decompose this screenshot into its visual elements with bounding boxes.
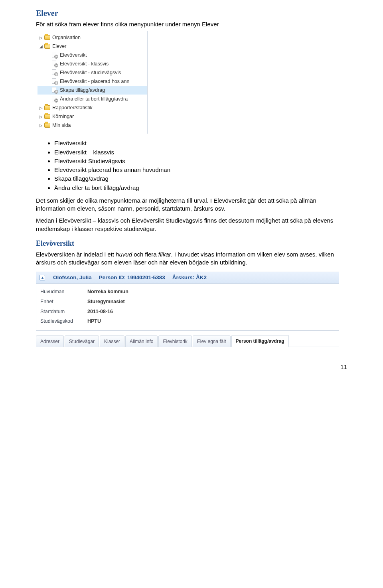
tree-item-label: Skapa tillägg/avdrag (60, 87, 105, 94)
tree-item-label: Elevöversikt (60, 52, 87, 59)
info-row: Startdatum2011-08-16 (40, 307, 335, 317)
chevron-right-icon[interactable]: ▷ (39, 106, 43, 110)
tree-item[interactable]: ◢Elever (38, 42, 147, 51)
gear-page-icon (51, 69, 58, 76)
info-label: Enhet (40, 298, 87, 305)
chevron-right-icon[interactable]: ▷ (39, 36, 43, 39)
tab[interactable]: Person tillägg/avdrag (231, 335, 289, 347)
gear-page-icon (51, 52, 58, 58)
paragraph-3: Elevöversikten är indelad i ett huvud oc… (36, 251, 347, 267)
tab[interactable]: Adresser (36, 335, 64, 347)
info-value: Sturegymnasiet (87, 298, 125, 305)
intro-text: För att söka fram elever finns olika men… (36, 20, 347, 28)
gear-page-icon (51, 78, 58, 85)
tree-item[interactable]: ▷Rapporter/statistik (38, 103, 147, 112)
collapse-up-icon[interactable]: ▴ (39, 275, 45, 280)
info-value: 2011-08-16 (87, 308, 113, 315)
list-item: Ändra eller ta bort tillägg/avdrag (54, 184, 347, 192)
tree-item[interactable]: Skapa tillägg/avdrag (38, 86, 147, 95)
tree-item-label: Rapporter/statistik (52, 105, 93, 111)
student-panel: ▴ Olofsson, Julia Person ID: 19940201-53… (36, 272, 339, 331)
tree-item-label: Elever (52, 43, 66, 50)
tree-item-label: Organisation (52, 34, 81, 41)
tree-item-label: Ändra eller ta bort tillägg/avdra (60, 96, 128, 103)
info-row: EnhetSturegymnasiet (40, 297, 335, 307)
student-panel-header[interactable]: ▴ Olofsson, Julia Person ID: 19940201-53… (36, 272, 339, 284)
chevron-right-icon[interactable]: ▷ (39, 123, 43, 127)
list-item: Elevöversikt Studievägsvis (54, 157, 347, 165)
tree-item[interactable]: ▷Organisation (38, 33, 147, 42)
info-value: HPTU (87, 318, 101, 325)
info-row: HuvudmanNorreka kommun (40, 287, 335, 297)
folder-icon (44, 35, 50, 40)
student-info-grid: HuvudmanNorreka kommunEnhetSturegymnasie… (36, 284, 339, 331)
folder-icon (44, 123, 50, 128)
bullet-list: ElevöversiktElevöversikt – klassvisElevö… (54, 139, 347, 192)
folder-icon (44, 114, 50, 119)
tree-item-label: Elevöversikt - studievägsvis (60, 69, 121, 76)
gear-page-icon (51, 87, 58, 93)
arskurs: Årskurs: ÅK2 (172, 274, 207, 281)
page-number: 11 (36, 363, 347, 371)
tab[interactable]: Allmän info (125, 335, 158, 347)
tree-item-label: Elevöversikt - klassvis (60, 61, 109, 67)
gear-page-icon (51, 96, 58, 102)
list-item: Elevöversikt placerad hos annan huvudman (54, 166, 347, 174)
paragraph-2: Medan i Elevöversikt – klassvis och Elev… (36, 217, 347, 233)
paragraph-1: Det som skiljer de olika menypunkterna ä… (36, 197, 347, 213)
list-item: Elevöversikt (54, 139, 347, 147)
info-label: Studievägskod (40, 318, 87, 325)
tree-item[interactable]: Elevöversikt - placerad hos ann (38, 77, 147, 86)
chevron-down-icon[interactable]: ◢ (39, 44, 43, 48)
page-title: Elever (36, 8, 347, 19)
tree-item[interactable]: ▷Min sida (38, 121, 147, 130)
list-item: Elevöversikt – klassvis (54, 148, 347, 156)
nav-tree: ▷Organisation◢EleverElevöversiktElevöver… (36, 31, 148, 134)
tree-item[interactable]: Elevöversikt - klassvis (38, 59, 147, 68)
tree-item-label: Körningar (52, 113, 74, 120)
tab[interactable]: Elevhistorik (158, 335, 192, 347)
chevron-right-icon[interactable]: ▷ (39, 114, 43, 118)
student-name: Olofsson, Julia (53, 274, 92, 281)
gear-page-icon (51, 61, 58, 67)
folder-icon (44, 105, 50, 110)
folder-icon (44, 44, 50, 49)
list-item: Skapa tillägg/avdrag (54, 175, 347, 183)
info-row: StudievägskodHPTU (40, 316, 335, 326)
person-id: Person ID: 19940201-5383 (99, 274, 165, 281)
tree-item[interactable]: Elevöversikt (38, 51, 147, 59)
tab[interactable]: Studievägar (65, 335, 99, 347)
tab[interactable]: Elev egna fält (193, 335, 231, 347)
subsection-title: Elevöversikt (36, 239, 347, 248)
tree-item[interactable]: Elevöversikt - studievägsvis (38, 68, 147, 77)
info-label: Huvudman (40, 288, 87, 295)
tree-item-label: Elevöversikt - placerad hos ann (60, 78, 129, 85)
tree-item-label: Min sida (52, 122, 71, 129)
tree-item[interactable]: ▷Körningar (38, 112, 147, 121)
info-label: Startdatum (40, 308, 87, 315)
tabs: AdresserStudievägarKlasserAllmän infoEle… (36, 335, 339, 347)
info-value: Norreka kommun (87, 288, 128, 295)
tab[interactable]: Klasser (100, 335, 124, 347)
tree-item[interactable]: Ändra eller ta bort tillägg/avdra (38, 95, 147, 103)
